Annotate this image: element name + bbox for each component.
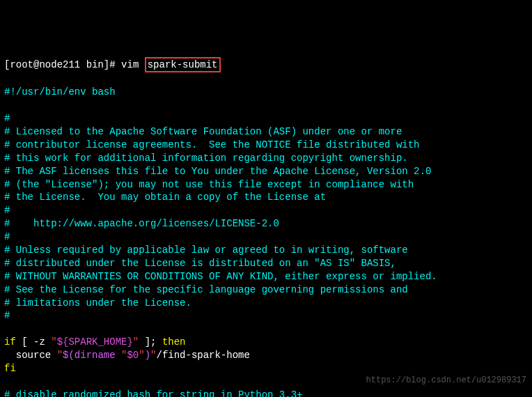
comment: # distributed under the License is distr… <box>4 258 396 269</box>
fi-line: fi <box>4 363 16 374</box>
comment: # WITHOUT WARRANTIES OR CONDITIONS OF AN… <box>4 271 437 282</box>
comment: # <box>4 113 10 124</box>
comment: # <box>4 231 10 242</box>
comment: # The ASF licenses this file to You unde… <box>4 166 431 177</box>
comment: # Licensed to the Apache Software Founda… <box>4 126 402 137</box>
shebang-line: #!/usr/bin/env bash <box>4 86 116 98</box>
comment: # http://www.apache.org/licenses/LICENSE… <box>4 218 279 229</box>
comment: # contributor license agreements. See th… <box>4 139 420 150</box>
terminal-output[interactable]: [root@node211 bin]# vim spark-submit #!/… <box>4 57 528 397</box>
source-line: source "$(dirname "$0")"/find-spark-home <box>4 350 250 361</box>
comment: # <box>4 205 10 216</box>
comment: # (the "License"); you may not use this … <box>4 179 414 190</box>
highlight-filename: spark-submit <box>145 57 221 73</box>
if-line: if [ -z "${SPARK_HOME}" ]; then <box>4 336 185 348</box>
comment: # limitations under the License. <box>4 297 191 309</box>
shell-prompt: [root@node211 bin]# vim <box>4 59 145 70</box>
comment: # disable randomized hash for string in … <box>4 389 302 397</box>
comment: # Unless required by applicable law or a… <box>4 244 408 256</box>
comment: # the License. You may obtain a copy of … <box>4 192 326 203</box>
comment: # <box>4 310 10 321</box>
comment: # See the License for the specific langu… <box>4 284 408 295</box>
comment: # this work for additional information r… <box>4 153 408 164</box>
